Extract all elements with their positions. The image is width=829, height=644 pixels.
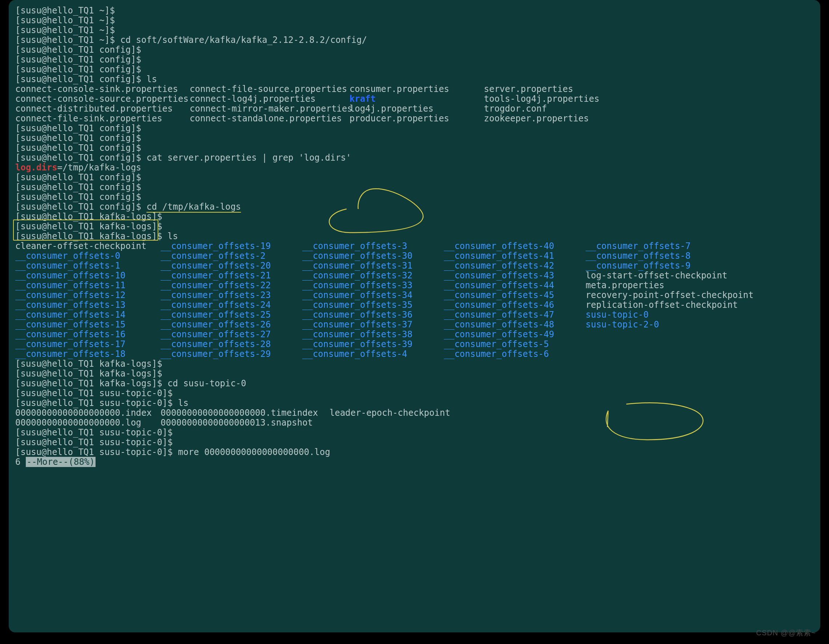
kafka-log-entry: __consumer_offsets-34 [302,290,412,300]
topic-file: leader-epoch-checkpoint [329,408,450,418]
kafka-log-entry: __consumer_offsets-13 [15,300,125,310]
kafka-log-entry: __consumer_offsets-28 [161,339,271,349]
config-file: connect-console-source.properties [15,94,189,104]
grep-rest: =/tmp/kafka-logs [57,163,141,173]
config-file: connect-file-sink.properties [15,114,162,123]
topic-file: 00000000000000000013.snapshot [161,418,313,428]
terminal-window[interactable]: [susu@hello_TQ1 ~]$ [susu@hello_TQ1 ~]$ … [9,0,820,632]
kafka-log-entry: recovery-point-offset-checkpoint [586,290,753,300]
kafka-log-entry: __consumer_offsets-43 [444,270,554,281]
config-file: connect-console-sink.properties [15,84,178,94]
kafka-log-entry: __consumer_offsets-9 [586,260,690,271]
kafka-log-entry: __consumer_offsets-2 [161,251,266,261]
kafka-log-entry: __consumer_offsets-26 [161,319,271,330]
config-file: connect-standalone.properties [190,114,342,123]
kafka-log-entry: __consumer_offsets-32 [302,270,412,281]
more-output-col0: 6 [15,457,26,467]
kafka-log-entry: __consumer_offsets-6 [444,349,549,359]
config-file: server.properties [484,84,573,94]
kafka-log-entry: __consumer_offsets-47 [444,309,554,320]
kafka-log-entry: __consumer_offsets-14 [15,309,125,320]
more-progress-tag: --More--(88%) [26,457,96,467]
kafka-log-entry: __consumer_offsets-33 [302,280,412,290]
config-file: connect-log4j.properties [190,94,316,104]
topic-file: 00000000000000000000.log [15,418,141,428]
kafka-log-entry: meta.properties [586,280,664,290]
kafka-log-entry: __consumer_offsets-5 [444,339,549,349]
kafka-log-entry: __consumer_offsets-0 [15,251,120,261]
kafka-log-entry: __consumer_offsets-36 [302,309,412,320]
grep-match: log.dirs [15,163,57,173]
topic-file: 00000000000000000000.index [15,408,152,418]
kafka-log-entry: __consumer_offsets-4 [302,349,407,359]
kafka-log-entry: __consumer_offsets-27 [161,329,271,339]
config-file: log4j.properties [350,104,433,114]
kafka-log-entry: __consumer_offsets-16 [15,329,125,339]
config-file: consumer.properties [350,84,449,94]
kafka-log-entry: __consumer_offsets-46 [444,300,554,310]
kafka-log-entry: __consumer_offsets-19 [161,241,271,251]
watermark: CSDN @@索索~ [756,629,816,637]
cd-kafka-logs: cd /tmp/kafka-logs [147,202,241,212]
config-file: connect-mirror-maker.properties [190,104,352,114]
kafka-log-entry: __consumer_offsets-10 [15,270,125,281]
kafka-log-entry: __consumer_offsets-37 [302,319,412,330]
kafka-log-entry: __consumer_offsets-23 [161,290,271,300]
kafka-log-entry: __consumer_offsets-12 [15,290,125,300]
kafka-log-entry: log-start-offset-checkpoint [586,270,727,281]
config-file: connect-file-source.properties [190,84,347,94]
kafka-log-entry: __consumer_offsets-39 [302,339,412,349]
kafka-log-entry: __consumer_offsets-29 [161,349,271,359]
kafka-log-entry: __consumer_offsets-49 [444,329,554,339]
kafka-log-entry: __consumer_offsets-17 [15,339,125,349]
kafka-log-entry: __consumer_offsets-45 [444,290,554,300]
kafka-log-entry: __consumer_offsets-24 [161,300,271,310]
kafka-log-entry: __consumer_offsets-11 [15,280,125,290]
config-file: kraft [350,94,376,104]
kafka-log-entry: __consumer_offsets-48 [444,319,554,330]
kafka-log-entry: __consumer_offsets-8 [586,251,690,261]
kafka-log-entry: __consumer_offsets-22 [161,280,271,290]
kafka-log-entry: __consumer_offsets-44 [444,280,554,290]
kafka-log-entry: __consumer_offsets-35 [302,300,412,310]
kafka-log-entry: __consumer_offsets-3 [302,241,407,251]
terminal-output[interactable]: [susu@hello_TQ1 ~]$ [susu@hello_TQ1 ~]$ … [15,6,814,467]
kafka-log-entry: __consumer_offsets-38 [302,329,412,339]
kafka-log-entry: susu-topic-0 [586,309,648,320]
kafka-log-entry: replication-offset-checkpoint [586,300,738,310]
topic-file: 00000000000000000000.timeindex [161,408,318,418]
kafka-log-entry: __consumer_offsets-1 [15,260,120,271]
config-file: connect-distributed.properties [15,104,173,114]
kafka-log-entry: __consumer_offsets-7 [586,241,690,251]
kafka-log-entry: __consumer_offsets-18 [15,349,125,359]
kafka-log-entry: __consumer_offsets-15 [15,319,125,330]
kafka-log-entry: cleaner-offset-checkpoint [15,241,147,251]
config-file: producer.properties [350,114,449,123]
config-file: trogdor.conf [484,104,547,114]
kafka-log-entry: __consumer_offsets-41 [444,251,554,261]
kafka-log-entry: __consumer_offsets-42 [444,260,554,271]
kafka-log-entry: __consumer_offsets-25 [161,309,271,320]
kafka-log-entry: susu-topic-2-0 [586,319,659,330]
kafka-log-entry: __consumer_offsets-20 [161,260,271,271]
kafka-log-entry: __consumer_offsets-31 [302,260,412,271]
kafka-log-entry: __consumer_offsets-30 [302,251,412,261]
config-file: zookeeper.properties [484,114,589,123]
kafka-log-entry: __consumer_offsets-21 [161,270,271,281]
config-file: tools-log4j.properties [484,94,599,104]
kafka-log-entry: __consumer_offsets-40 [444,241,554,251]
